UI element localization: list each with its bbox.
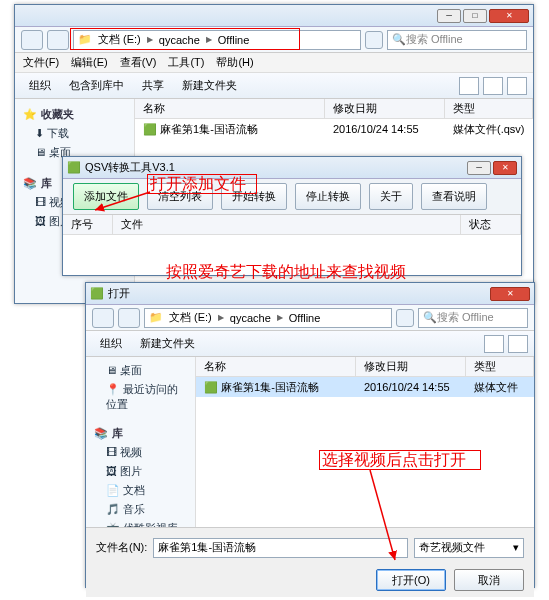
forward-button[interactable] xyxy=(47,30,69,50)
crumb[interactable]: qycache xyxy=(155,34,204,46)
view-options-button[interactable] xyxy=(484,335,504,353)
file-type-filter[interactable]: 奇艺视频文件▾ xyxy=(414,538,524,558)
clear-list-button[interactable]: 清空列表 xyxy=(147,183,213,210)
close-button[interactable]: ✕ xyxy=(493,161,517,175)
sidebar-item-downloads[interactable]: ⬇ 下载 xyxy=(17,124,132,143)
search-placeholder: 搜索 Offline xyxy=(406,32,463,47)
menu-view[interactable]: 查看(V) xyxy=(120,55,157,70)
crumb[interactable]: Offline xyxy=(214,34,254,46)
refresh-button[interactable] xyxy=(396,309,414,327)
menubar: 文件(F) 编辑(E) 查看(V) 工具(T) 帮助(H) xyxy=(15,53,533,73)
cancel-button[interactable]: 取消 xyxy=(454,569,524,591)
address-bar: 📁 文档 (E:)▶ qycache▶ Offline 🔍 搜索 Offline xyxy=(15,27,533,53)
forward-button[interactable] xyxy=(118,308,140,328)
file-row-selected[interactable]: 🟩 麻雀第1集-国语流畅 2016/10/24 14:55 媒体文件 xyxy=(196,377,534,397)
file-row[interactable]: 🟩 麻雀第1集-国语流畅 2016/10/24 14:55 媒体文件(.qsv) xyxy=(135,119,533,139)
open-file-list: 名称 修改日期 类型 🟩 麻雀第1集-国语流畅 2016/10/24 14:55… xyxy=(196,357,534,527)
help-button[interactable] xyxy=(507,77,527,95)
qsv-list-header: 序号 文件 状态 xyxy=(63,215,521,235)
search-icon: 🔍 xyxy=(423,311,437,324)
menu-file[interactable]: 文件(F) xyxy=(23,55,59,70)
search-input[interactable]: 🔍 搜索 Offline xyxy=(418,308,528,328)
close-button[interactable]: ✕ xyxy=(489,9,529,23)
col-type[interactable]: 类型 xyxy=(445,99,533,118)
view-options-button[interactable] xyxy=(459,77,479,95)
filename-label: 文件名(N): xyxy=(96,540,147,555)
crumb[interactable]: 文档 (E:) xyxy=(165,310,216,325)
search-icon: 🔍 xyxy=(392,33,406,46)
close-button[interactable]: ✕ xyxy=(490,287,530,301)
sidebar-item-youku[interactable]: 📺 优酷影视库 xyxy=(88,519,193,527)
qsv-toolbar: 添加文件 清空列表 开始转换 停止转换 关于 查看说明 xyxy=(63,179,521,215)
col-type[interactable]: 类型 xyxy=(466,357,534,376)
qsv-file-icon: 🟩 xyxy=(143,123,157,135)
crumb[interactable]: Offline xyxy=(285,312,325,324)
col-num[interactable]: 序号 xyxy=(63,215,113,234)
breadcrumb[interactable]: 📁 文档 (E:)▶ qycache▶ Offline xyxy=(73,30,361,50)
col-file[interactable]: 文件 xyxy=(113,215,461,234)
col-date[interactable]: 修改日期 xyxy=(325,99,445,118)
back-button[interactable] xyxy=(92,308,114,328)
back-button[interactable] xyxy=(21,30,43,50)
open-dialog-title: 打开 xyxy=(108,286,130,301)
qsv-window: 🟩 QSV转换工具V3.1 ─ ✕ 添加文件 清空列表 开始转换 停止转换 关于… xyxy=(62,156,522,276)
open-dialog: 🟩 打开 ✕ 📁 文档 (E:)▶ qycache▶ Offline 🔍 搜索 … xyxy=(85,282,535,588)
sidebar-item-video[interactable]: 🎞 视频 xyxy=(88,443,193,462)
organize-button[interactable]: 组织 xyxy=(21,75,59,96)
newfolder-button[interactable]: 新建文件夹 xyxy=(132,333,203,354)
open-address-bar: 📁 文档 (E:)▶ qycache▶ Offline 🔍 搜索 Offline xyxy=(86,305,534,331)
sidebar-item-docs[interactable]: 📄 文档 xyxy=(88,481,193,500)
toolbar: 组织 包含到库中 共享 新建文件夹 xyxy=(15,73,533,99)
breadcrumb[interactable]: 📁 文档 (E:)▶ qycache▶ Offline xyxy=(144,308,392,328)
organize-button[interactable]: 组织 xyxy=(92,333,130,354)
sidebar-item-desktop[interactable]: 🖥 桌面 xyxy=(88,361,193,380)
col-status[interactable]: 状态 xyxy=(461,215,521,234)
search-placeholder: 搜索 Offline xyxy=(437,310,494,325)
crumb[interactable]: 文档 (E:) xyxy=(94,32,145,47)
filename-bar: 文件名(N): 奇艺视频文件▾ xyxy=(86,527,534,567)
minimize-button[interactable]: ─ xyxy=(467,161,491,175)
share-button[interactable]: 共享 xyxy=(134,75,172,96)
open-sidebar: 🖥 桌面 📍 最近访问的位置 📚 库 🎞 视频 🖼 图片 📄 文档 🎵 音乐 📺… xyxy=(86,357,196,527)
sidebar-item-recent[interactable]: 📍 最近访问的位置 xyxy=(88,380,193,414)
folder-icon: 📁 xyxy=(149,311,163,325)
qsv-titlebar: 🟩 QSV转换工具V3.1 ─ ✕ xyxy=(63,157,521,179)
app-icon: 🟩 xyxy=(90,287,104,300)
folder-icon: 📁 xyxy=(78,33,92,47)
stop-convert-button[interactable]: 停止转换 xyxy=(295,183,361,210)
open-button[interactable]: 打开(O) xyxy=(376,569,446,591)
dialog-buttons: 打开(O) 取消 xyxy=(86,567,534,597)
sidebar-item-pictures[interactable]: 🖼 图片 xyxy=(88,462,193,481)
crumb[interactable]: qycache xyxy=(226,312,275,324)
sidebar-libraries[interactable]: 📚 库 xyxy=(88,422,193,443)
about-button[interactable]: 关于 xyxy=(369,183,413,210)
minimize-button[interactable]: ─ xyxy=(437,9,461,23)
filename-input[interactable] xyxy=(153,538,408,558)
refresh-button[interactable] xyxy=(365,31,383,49)
col-date[interactable]: 修改日期 xyxy=(356,357,466,376)
col-name[interactable]: 名称 xyxy=(196,357,356,376)
menu-edit[interactable]: 编辑(E) xyxy=(71,55,108,70)
newfolder-button[interactable]: 新建文件夹 xyxy=(174,75,245,96)
help-button[interactable] xyxy=(508,335,528,353)
maximize-button[interactable]: □ xyxy=(463,9,487,23)
menu-help[interactable]: 帮助(H) xyxy=(216,55,253,70)
open-toolbar: 组织 新建文件夹 xyxy=(86,331,534,357)
open-titlebar: 🟩 打开 ✕ xyxy=(86,283,534,305)
qsv-file-icon: 🟩 xyxy=(204,381,218,393)
sidebar-favorites[interactable]: ⭐ 收藏夹 xyxy=(17,103,132,124)
app-icon: 🟩 xyxy=(67,161,81,174)
search-input[interactable]: 🔍 搜索 Offline xyxy=(387,30,527,50)
menu-tools[interactable]: 工具(T) xyxy=(168,55,204,70)
preview-pane-button[interactable] xyxy=(483,77,503,95)
qsv-title: QSV转换工具V3.1 xyxy=(85,160,175,175)
help-doc-button[interactable]: 查看说明 xyxy=(421,183,487,210)
sidebar-item-music[interactable]: 🎵 音乐 xyxy=(88,500,193,519)
start-convert-button[interactable]: 开始转换 xyxy=(221,183,287,210)
titlebar: ─ □ ✕ xyxy=(15,5,533,27)
include-button[interactable]: 包含到库中 xyxy=(61,75,132,96)
col-name[interactable]: 名称 xyxy=(135,99,325,118)
add-file-button[interactable]: 添加文件 xyxy=(73,183,139,210)
